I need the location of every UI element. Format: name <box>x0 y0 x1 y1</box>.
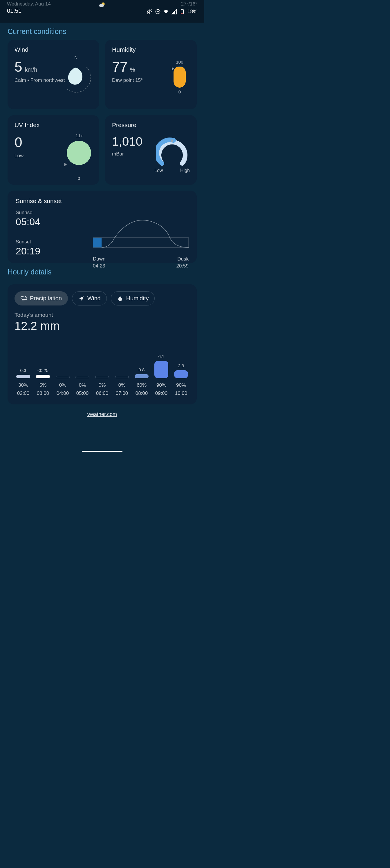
precip-bar <box>134 374 149 378</box>
precip-bar <box>36 375 50 378</box>
status-date: Wednesday, Aug 14 <box>7 1 51 7</box>
precip-bar-col <box>113 369 130 378</box>
precip-bar-col: 2.3 <box>172 363 190 378</box>
tab-humidity[interactable]: Humidity <box>111 291 155 306</box>
hourly-card: Precipitation Wind Humidity Today's amou… <box>7 284 197 404</box>
precip-percent: 0% <box>93 382 111 388</box>
uv-card[interactable]: UV Index 0 Low 11+ 0 <box>7 115 99 185</box>
status-temps: 27°/16° <box>181 1 197 7</box>
dusk-label: Dusk <box>177 256 189 262</box>
precip-hour: 09:00 <box>153 391 170 396</box>
tab-precipitation-label: Precipitation <box>30 295 62 302</box>
precip-percent: 90% <box>172 382 190 388</box>
precip-percent: 60% <box>133 382 150 388</box>
precip-bar <box>154 361 168 378</box>
precip-percent: 5% <box>34 382 52 388</box>
status-icons: 18% <box>147 9 197 14</box>
status-bar: Wednesday, Aug 14 01:51 27°/16° 18% <box>0 0 204 23</box>
precip-bar-col: 6.1 <box>153 354 170 378</box>
mute-icon <box>147 9 153 14</box>
svg-point-1 <box>99 4 104 7</box>
precip-percent: 0% <box>113 382 130 388</box>
precip-amount-label: 0.3 <box>20 368 26 373</box>
hourly-sub: Today's amount <box>14 312 190 318</box>
precip-bar <box>56 376 70 378</box>
dusk-time: 20:59 <box>176 263 189 269</box>
humidity-min: 0 <box>178 89 181 94</box>
precip-time-row: 02:0003:0004:0005:0006:0007:0008:0009:00… <box>14 391 190 396</box>
compass-north-label: N <box>74 55 78 60</box>
uv-gauge-icon <box>67 141 91 165</box>
precip-hour: 08:00 <box>133 391 150 396</box>
cloud-rain-icon <box>21 295 27 302</box>
sun-path-graph: Dawn Dusk 04:23 20:59 <box>93 218 189 253</box>
precip-bar <box>95 376 109 378</box>
dnd-icon <box>155 9 161 14</box>
precip-hour: 05:00 <box>74 391 91 396</box>
humidity-unit: % <box>130 66 135 73</box>
home-indicator[interactable] <box>82 451 122 452</box>
dawn-time: 04:23 <box>93 263 105 269</box>
wind-unit: km/h <box>25 66 37 73</box>
precip-chart: 0.3<0.250.86.12.3 <box>14 343 190 378</box>
wind-card[interactable]: Wind 5 km/h Calm • From northwest N <box>7 40 99 110</box>
precip-bar-col: <0.25 <box>34 368 52 378</box>
sunrise-label: Sunrise <box>16 210 189 216</box>
pressure-gauge: Low High <box>153 137 191 173</box>
precip-hour: 03:00 <box>34 391 52 396</box>
sunrise-sunset-card[interactable]: Sunrise & sunset Sunrise 05:04 Sunset 20… <box>7 191 197 263</box>
droplet-icon <box>117 295 123 302</box>
precip-percent: 0% <box>54 382 71 388</box>
precip-amount-label: <0.25 <box>37 368 49 373</box>
battery-percent: 18% <box>187 9 197 14</box>
status-time: 01:51 <box>7 7 51 14</box>
uv-min: 0 <box>78 176 80 181</box>
humidity-value: 77 <box>112 60 127 74</box>
precip-bar-col <box>74 369 91 378</box>
svg-marker-8 <box>68 142 89 163</box>
wind-direction-icon <box>64 65 87 89</box>
section-current-conditions: Current conditions <box>0 23 204 40</box>
humidity-max: 100 <box>176 59 183 64</box>
precip-bar-col: 0.3 <box>14 368 32 378</box>
precip-percent-row: 30%5%0%0%0%0%60%90%90% <box>14 382 190 388</box>
pressure-title: Pressure <box>112 122 190 128</box>
humidity-gauge: 100 0 <box>172 59 187 94</box>
sun-title: Sunrise & sunset <box>16 197 189 205</box>
battery-icon <box>179 9 185 14</box>
precip-percent: 30% <box>14 382 32 388</box>
weather-source-link[interactable]: weather.com <box>87 411 117 417</box>
svg-rect-6 <box>181 13 183 13</box>
humidity-card[interactable]: Humidity 77 % Dew point 15° 100 0 <box>105 40 197 110</box>
precip-hour: 06:00 <box>93 391 111 396</box>
pressure-value: 1,010 <box>112 135 143 148</box>
precip-bar <box>16 375 30 378</box>
tab-precipitation[interactable]: Precipitation <box>14 291 68 306</box>
precip-amount-label: 2.3 <box>178 363 184 368</box>
precip-bar <box>76 376 89 378</box>
dawn-label: Dawn <box>93 256 105 262</box>
signal-icon <box>171 9 177 14</box>
precip-hour: 07:00 <box>113 391 130 396</box>
precip-bar-col <box>93 369 111 378</box>
footer-attribution[interactable]: weather.com <box>0 411 204 417</box>
precip-hour: 04:00 <box>54 391 71 396</box>
tab-wind[interactable]: Wind <box>72 291 107 306</box>
precip-hour: 10:00 <box>172 391 190 396</box>
precip-bar-col: 0.8 <box>133 367 150 378</box>
uv-value: 0 <box>14 135 22 149</box>
wind-compass: N <box>59 60 93 95</box>
precip-bar <box>115 376 129 378</box>
precip-percent: 90% <box>153 382 170 388</box>
cloud-sun-icon <box>98 1 106 9</box>
precip-bar <box>174 370 188 378</box>
uv-title: UV Index <box>14 122 92 128</box>
precip-amount-label: 6.1 <box>158 354 164 359</box>
uv-pointer-icon <box>64 163 67 166</box>
tab-humidity-label: Humidity <box>126 295 149 302</box>
pressure-card[interactable]: Pressure 1,010 mBar Low High <box>105 115 197 185</box>
precip-bar-col <box>54 369 71 378</box>
wind-value: 5 <box>14 60 22 74</box>
navigation-icon <box>78 295 85 302</box>
wifi-icon <box>163 9 169 14</box>
